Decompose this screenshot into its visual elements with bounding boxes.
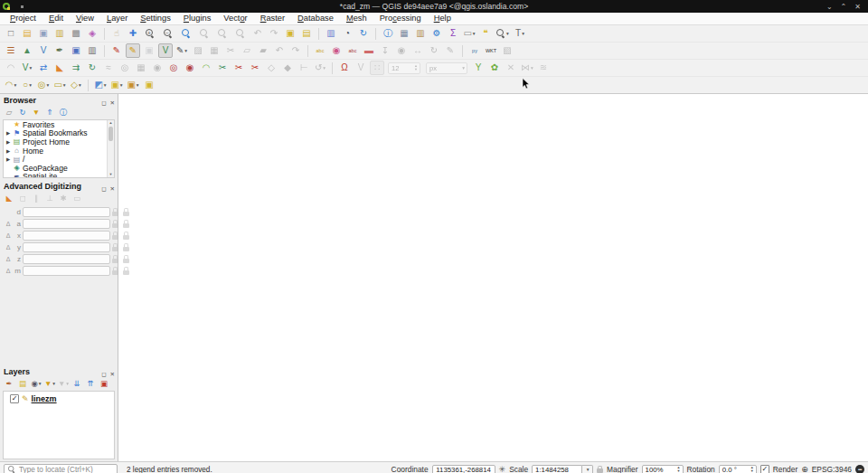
- menu-database[interactable]: Database: [291, 13, 340, 24]
- messages-icon[interactable]: •••: [855, 465, 864, 473]
- copy-move-feature[interactable]: ⇉: [69, 61, 83, 75]
- maximize-button[interactable]: ⌃: [841, 3, 847, 11]
- pan-map[interactable]: ☝: [109, 26, 124, 41]
- snapping-on-intersection[interactable]: ✿: [487, 61, 502, 75]
- select-by-location[interactable]: ▣: [142, 78, 156, 92]
- close-panel-button[interactable]: ✕: [110, 371, 115, 377]
- add-ellipse[interactable]: ◎▾: [36, 78, 51, 92]
- locator-input[interactable]: Type to locate (Ctrl+K): [4, 464, 118, 473]
- remove-layer[interactable]: ▣: [99, 378, 109, 389]
- layer-labeling[interactable]: abc: [313, 43, 327, 58]
- add-ellipse-dropdown-icon[interactable]: ▾: [46, 82, 49, 88]
- add-circle[interactable]: ○▾: [20, 78, 34, 92]
- add-feature-shape[interactable]: V▾: [20, 61, 34, 75]
- scale-dropdown-icon[interactable]: ▾: [582, 465, 593, 473]
- float-panel-button[interactable]: ◻: [101, 371, 106, 377]
- rotate-feature[interactable]: ↻: [85, 61, 99, 75]
- zoom-full-extent[interactable]: [178, 26, 194, 41]
- scale-lock-icon[interactable]: [597, 468, 603, 473]
- shade-button[interactable]: ⌄: [826, 3, 833, 11]
- wkt-plugin[interactable]: WKT: [484, 43, 498, 58]
- scroll-down-icon[interactable]: ▼: [108, 172, 114, 177]
- float-panel-button[interactable]: ◻: [101, 99, 106, 106]
- layer-diagram[interactable]: ◉: [329, 43, 344, 58]
- deselect-features[interactable]: ▣▾: [126, 78, 140, 92]
- layer-name[interactable]: linezm: [32, 394, 57, 403]
- add-group[interactable]: ▤: [17, 378, 28, 389]
- cad-construction[interactable]: ◣: [52, 61, 67, 75]
- close-panel-button[interactable]: ✕: [110, 185, 115, 192]
- topological-editing[interactable]: Y: [471, 61, 486, 75]
- new-shapefile-layer[interactable]: V: [36, 43, 51, 58]
- style-manager[interactable]: ◈: [85, 26, 99, 41]
- avoid-overlap-dropdown-icon[interactable]: ▾: [531, 65, 533, 71]
- close-panel-button[interactable]: ✕: [110, 99, 115, 106]
- new-spatialite-layer[interactable]: ✒: [52, 43, 67, 58]
- expand-all-layers[interactable]: ⇊: [71, 378, 82, 389]
- save-project[interactable]: ▣: [36, 26, 51, 41]
- magnifier-spin-arrows[interactable]: ▲▼: [677, 466, 683, 472]
- properties-widget[interactable]: ⓘ: [58, 107, 69, 118]
- field-calculator[interactable]: ▥: [413, 26, 428, 41]
- menu-plugins[interactable]: Plugins: [177, 13, 218, 24]
- float-panel-button[interactable]: ◻: [101, 185, 106, 192]
- vertex-tool-dropdown-icon[interactable]: ▾: [184, 48, 187, 53]
- filter-by-expression-dropdown-icon[interactable]: ▾: [66, 381, 69, 386]
- scrollbar-thumb[interactable]: [108, 127, 113, 141]
- menu-processing[interactable]: Processing: [373, 13, 428, 24]
- search-zoom-dropdown-icon[interactable]: ▾: [506, 31, 509, 36]
- close-button[interactable]: ✕: [854, 3, 861, 11]
- manage-map-themes-dropdown-icon[interactable]: ▾: [39, 381, 42, 386]
- add-feature-shape-dropdown-icon[interactable]: ▾: [29, 65, 32, 71]
- collapse-all[interactable]: ⇑: [44, 107, 55, 118]
- magnifier-spinbox[interactable]: 100% ▲▼: [642, 465, 684, 473]
- add-circular-arc-dropdown-icon[interactable]: ▾: [14, 82, 16, 88]
- show-spatial-bookmarks[interactable]: ▤: [299, 26, 314, 41]
- menu-layer[interactable]: Layer: [100, 13, 134, 24]
- refresh-browser[interactable]: ↻: [17, 107, 28, 118]
- expand-arrow-icon[interactable]: ▶: [5, 148, 11, 154]
- menu-raster[interactable]: Raster: [254, 13, 291, 24]
- scroll-up-icon[interactable]: ▲: [108, 120, 114, 126]
- show-statistics[interactable]: Σ: [446, 26, 460, 41]
- manage-map-themes[interactable]: ◉▾: [31, 378, 42, 389]
- select-by-value[interactable]: ▣▾: [109, 78, 124, 92]
- browser-item-spatial-bookmarks[interactable]: ▶⚑Spatial Bookmarks: [4, 129, 114, 138]
- delete-part[interactable]: ◉: [183, 61, 197, 75]
- delete-ring[interactable]: ◎: [166, 61, 181, 75]
- rotate-point-symbols-dropdown-icon[interactable]: ▾: [323, 65, 326, 71]
- pan-to-selection[interactable]: ✚: [126, 26, 140, 41]
- add-line-feature[interactable]: V: [158, 43, 173, 58]
- text-annotation-dropdown-icon[interactable]: ▾: [522, 31, 524, 36]
- offset-curve[interactable]: ◠: [199, 61, 213, 75]
- new-project[interactable]: □: [4, 26, 18, 41]
- reshape-features[interactable]: ✂: [215, 61, 230, 75]
- toggle-extents-icon[interactable]: ✳: [499, 465, 506, 473]
- toggle-editing[interactable]: ✎: [126, 43, 140, 58]
- diagram-options[interactable]: ▬: [362, 43, 376, 58]
- zoom-out[interactable]: −: [160, 26, 176, 41]
- select-by-value-dropdown-icon[interactable]: ▾: [120, 82, 123, 88]
- refresh-map[interactable]: ↻: [356, 26, 371, 41]
- layout-manager[interactable]: ▩: [69, 26, 83, 41]
- filter-browser[interactable]: ▼: [31, 107, 42, 118]
- browser-item-geopackage[interactable]: ◈GeoPackage: [4, 164, 114, 173]
- render-checkbox[interactable]: ✓: [760, 465, 769, 473]
- add-circle-dropdown-icon[interactable]: ▾: [29, 82, 32, 88]
- rotation-spinbox[interactable]: 0.0 ° ▲▼: [719, 465, 757, 473]
- expand-arrow-icon[interactable]: ▶: [5, 130, 11, 136]
- layer-item-linezm[interactable]: ✓ ✎ linezm: [4, 392, 114, 403]
- search-zoom[interactable]: ▾: [495, 26, 511, 41]
- vertex-tool[interactable]: ✎▾: [175, 43, 189, 58]
- python-console[interactable]: py: [467, 43, 482, 58]
- add-rectangle-dropdown-icon[interactable]: ▾: [63, 82, 66, 88]
- add-selected-layers[interactable]: ▱: [4, 107, 14, 118]
- expand-arrow-icon[interactable]: ▶: [5, 139, 11, 145]
- deselect-features-dropdown-icon[interactable]: ▾: [137, 82, 139, 88]
- menu-mesh[interactable]: Mesh: [340, 13, 373, 24]
- new-memory-layer[interactable]: ▣: [69, 43, 83, 58]
- add-circular-arc[interactable]: ◠▾: [4, 78, 18, 92]
- add-rectangle[interactable]: ▭▾: [52, 78, 67, 92]
- layer-visibility-checkbox[interactable]: ✓: [10, 394, 19, 403]
- crs-status[interactable]: EPSG:3946: [812, 465, 852, 473]
